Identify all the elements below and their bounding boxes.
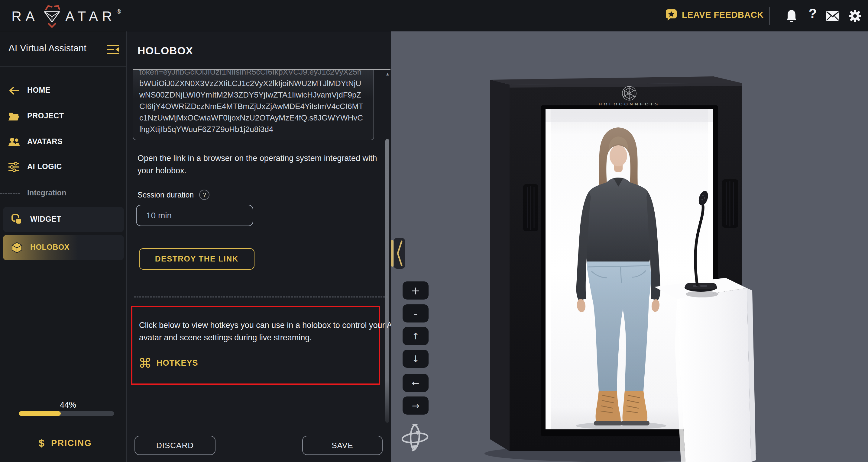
token-line: bWUiOiJ0ZXN0X3VzZXIiLCJ1c2VyX2lkIjoiNWU2… [139,77,368,89]
feedback-icon [665,8,678,21]
orbit-rotate-icon[interactable] [400,422,430,452]
notifications-bell-icon[interactable] [784,9,799,23]
cube-icon [11,241,23,254]
open-link-instruction: your holobox. [137,165,186,177]
logo-text-right: ATAR [65,8,116,25]
holobox-cabinet-side [490,80,509,451]
save-button[interactable]: SAVE [302,436,383,455]
discard-button[interactable]: DISCARD [134,436,216,455]
topbar-divider [770,7,770,25]
session-duration-row: Session duration ? [137,190,210,200]
session-duration-label: Session duration [137,191,194,199]
session-help-icon[interactable]: ? [199,190,210,200]
pricing-button[interactable]: $ PRICING [39,437,92,449]
move-up-button[interactable]: ↑ [403,327,429,345]
settings-gear-icon[interactable]: /* teeth built in main script */ [848,9,862,23]
hotkeys-description: avatar and scene settings during live st… [139,332,312,344]
sidebar: AI Virtual Assistant HOME [0,31,127,462]
sidebar-item-ai-logic[interactable]: AI LOGIC [0,158,127,176]
destroy-link-button[interactable]: DESTROY THE LINK [139,248,254,270]
sidebar-section-integration: Integration [0,184,127,202]
move-down-button[interactable]: ↓ [403,350,429,368]
help-icon[interactable]: ? [806,7,819,21]
token-line: c1NzUwMjMxOCwiaWF0IjoxNzU2OTAyMzE4fQ.s8J… [139,112,368,124]
scrollbar-up-arrow[interactable]: ▲ [385,71,390,76]
dollar-icon: $ [39,437,44,449]
folder-icon [8,110,20,122]
token-line: lhgXtijIb5qYWuuF6Z7Z9oHb1j2u8i3d4 [139,124,368,135]
holobox-settings-panel: HOLOBOX token=eyJhbGciOiJIUzI1NiIsInR5cC… [127,31,391,462]
mail-icon[interactable] [826,9,840,23]
logo-triangle-icon [37,4,66,29]
sidebar-collapse-icon[interactable] [106,43,120,56]
session-duration-input[interactable] [136,205,253,226]
token-line: CI6IjY4OWRiZDczNmE4MTBmZjUxZjAwMDE4YiIsI… [139,101,368,112]
dashed-divider [134,297,388,297]
hotkeys-button[interactable]: ⌘ HOTKEYS [138,355,198,371]
command-icon: ⌘ [138,355,152,371]
people-icon [8,136,20,148]
hotkeys-description: Click below to view hotkeys you can use … [139,319,395,332]
holobox-link-token-field[interactable]: token=eyJhbGciOiJIUzI1NiIsInR5cCI6IkpXVC… [133,70,374,140]
sidebar-item-widget[interactable]: WIDGET [3,207,124,232]
sidebar-item-project[interactable]: PROJECT [0,107,127,125]
token-line: token=eyJhbGciOiJIUzI1NiIsInR5cCI6IkpXVC… [139,70,368,77]
chevron-left-icon [396,240,403,267]
sidebar-item-avatars[interactable]: AVATARS [0,133,127,151]
hotkeys-highlight-box: Click below to view hotkeys you can use … [131,306,380,385]
usage-progress-bar [19,411,114,416]
ravatar-logo[interactable]: RA ATAR ® [11,4,121,28]
open-link-instruction: Open the link in a browser on the operat… [137,152,377,165]
move-right-button[interactable]: → [403,396,429,415]
zoom-out-button[interactable]: - [403,304,429,323]
sidebar-item-holobox[interactable]: HOLOBOX [3,235,124,260]
viewer-collapse-handle[interactable] [394,238,405,269]
zoom-in-button[interactable]: + [403,282,429,300]
panel-scrollbar-thumb[interactable] [385,139,389,423]
integration-dash-divider [0,193,20,194]
holobox-3d-viewer[interactable]: HOLOCONNECTS [391,31,868,462]
arrow-left-icon [8,85,20,97]
usage-progress-fill [19,411,61,416]
ravatar-app: RA ATAR ® LEAVE FEEDBACK [0,0,868,462]
top-bar: RA ATAR ® LEAVE FEEDBACK [0,0,868,31]
sliders-icon [8,161,20,173]
page-title: HOLOBOX [137,45,193,57]
holoconnects-logo [622,86,636,100]
leave-feedback-label: LEAVE FEEDBACK [682,10,764,20]
viewer-collapse-accent [391,240,394,267]
sidebar-item-home[interactable]: HOME [0,81,127,100]
move-left-button[interactable]: ← [403,374,429,392]
sidebar-title: AI Virtual Assistant [8,43,87,54]
holobox-3d-scene: HOLOCONNECTS [391,31,868,462]
logo-registered-mark: ® [117,8,121,15]
logo-text-left: RA [11,8,39,25]
leave-feedback-button[interactable]: LEAVE FEEDBACK [665,8,764,21]
widget-icon [11,213,23,226]
usage-progress-label: 44% [60,400,76,410]
token-line: wNS00ZDNjLWI0YmItM2M3ZDY5YjIwZTA1IiwicHJ… [139,89,368,101]
sidebar-header: AI Virtual Assistant [0,31,126,67]
